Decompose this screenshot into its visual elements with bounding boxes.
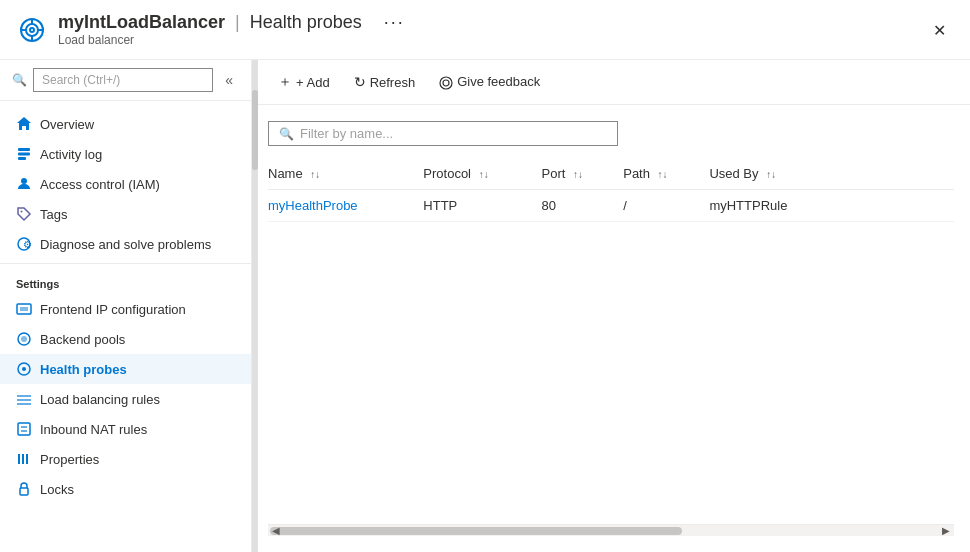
svg-point-2 bbox=[30, 28, 34, 32]
table-header-row: Name ↑↓ Protocol ↑↓ Port ↑↓ bbox=[268, 158, 954, 190]
col-header-protocol[interactable]: Protocol ↑↓ bbox=[423, 158, 541, 190]
load-balancing-icon bbox=[16, 391, 32, 407]
feedback-button[interactable]: Give feedback bbox=[429, 69, 550, 95]
cell-usedby: myHTTPRule bbox=[709, 190, 954, 222]
properties-icon bbox=[16, 451, 32, 467]
sidebar-item-activity-log[interactable]: Activity log bbox=[0, 139, 251, 169]
sidebar: 🔍 « Overview Activity log bbox=[0, 60, 252, 552]
inbound-nat-icon bbox=[16, 421, 32, 437]
sidebar-item-tags-label: Tags bbox=[40, 207, 67, 222]
sort-arrows-path: ↑↓ bbox=[658, 169, 668, 180]
overview-icon bbox=[16, 116, 32, 132]
svg-point-32 bbox=[443, 80, 449, 86]
sidebar-divider bbox=[0, 263, 251, 264]
sidebar-item-backend-pools-label: Backend pools bbox=[40, 332, 125, 347]
resource-subtitle: Load balancer bbox=[58, 33, 405, 47]
svg-point-20 bbox=[22, 367, 26, 371]
feedback-label: Give feedback bbox=[457, 74, 540, 89]
title-separator: | bbox=[235, 12, 240, 33]
toolbar: ＋ + Add ↻ Refresh Give feedback bbox=[252, 60, 970, 105]
sidebar-item-locks[interactable]: Locks bbox=[0, 474, 251, 504]
page-name: Health probes bbox=[250, 12, 362, 33]
col-header-usedby[interactable]: Used By ↑↓ bbox=[709, 158, 954, 190]
svg-point-12 bbox=[21, 211, 23, 213]
feedback-icon bbox=[439, 74, 453, 90]
search-input[interactable] bbox=[33, 68, 213, 92]
refresh-label: Refresh bbox=[370, 75, 416, 90]
title-bar: myIntLoadBalancer | Health probes ··· Lo… bbox=[0, 0, 970, 60]
svg-rect-9 bbox=[18, 153, 30, 156]
backend-pools-icon bbox=[16, 331, 32, 347]
sidebar-item-properties[interactable]: Properties bbox=[0, 444, 251, 474]
add-icon: ＋ bbox=[278, 73, 292, 91]
sidebar-item-diagnose[interactable]: ⚙ Diagnose and solve problems bbox=[0, 229, 251, 259]
sort-arrows-protocol: ↑↓ bbox=[479, 169, 489, 180]
scroll-left-arrow[interactable]: ◀ bbox=[268, 525, 284, 536]
sidebar-item-load-balancing[interactable]: Load balancing rules bbox=[0, 384, 251, 414]
sidebar-item-health-probes-label: Health probes bbox=[40, 362, 127, 377]
health-probe-link[interactable]: myHealthProbe bbox=[268, 198, 358, 213]
filter-bar[interactable]: 🔍 bbox=[268, 121, 618, 146]
svg-marker-7 bbox=[17, 117, 31, 130]
sidebar-item-iam-label: Access control (IAM) bbox=[40, 177, 160, 192]
sidebar-item-inbound-nat[interactable]: Inbound NAT rules bbox=[0, 414, 251, 444]
tags-icon bbox=[16, 206, 32, 222]
sort-arrows-name: ↑↓ bbox=[310, 169, 320, 180]
sidebar-search-area: 🔍 « bbox=[0, 60, 251, 101]
refresh-button[interactable]: ↻ Refresh bbox=[344, 69, 426, 95]
cell-port: 80 bbox=[542, 190, 624, 222]
sidebar-content: 🔍 « Overview Activity log bbox=[0, 60, 252, 552]
cell-protocol: HTTP bbox=[423, 190, 541, 222]
sort-arrows-port: ↑↓ bbox=[573, 169, 583, 180]
main-layout: 🔍 « Overview Activity log bbox=[0, 60, 970, 552]
locks-icon bbox=[16, 481, 32, 497]
frontend-ip-icon bbox=[16, 301, 32, 317]
sidebar-item-overview-label: Overview bbox=[40, 117, 94, 132]
sidebar-item-locks-label: Locks bbox=[40, 482, 74, 497]
sidebar-item-health-probes[interactable]: Health probes bbox=[0, 354, 251, 384]
svg-rect-27 bbox=[18, 454, 20, 464]
collapse-button[interactable]: « bbox=[219, 70, 239, 90]
table-body: myHealthProbe HTTP 80 / myHTTPRule bbox=[268, 190, 954, 222]
more-options-icon[interactable]: ··· bbox=[384, 12, 405, 33]
horizontal-scrollbar[interactable]: ◀ ▶ bbox=[268, 524, 954, 536]
sidebar-item-backend-pools[interactable]: Backend pools bbox=[0, 324, 251, 354]
add-button[interactable]: ＋ + Add bbox=[268, 68, 340, 96]
svg-rect-8 bbox=[18, 148, 30, 151]
sidebar-item-diagnose-label: Diagnose and solve problems bbox=[40, 237, 211, 252]
col-header-path[interactable]: Path ↑↓ bbox=[623, 158, 709, 190]
table-row: myHealthProbe HTTP 80 / myHTTPRule bbox=[268, 190, 954, 222]
cell-name: myHealthProbe bbox=[268, 190, 423, 222]
svg-rect-10 bbox=[18, 157, 26, 160]
col-header-name[interactable]: Name ↑↓ bbox=[268, 158, 423, 190]
sidebar-item-activity-log-label: Activity log bbox=[40, 147, 102, 162]
sidebar-item-tags[interactable]: Tags bbox=[0, 199, 251, 229]
sidebar-item-overview[interactable]: Overview bbox=[0, 109, 251, 139]
col-header-port[interactable]: Port ↑↓ bbox=[542, 158, 624, 190]
sidebar-item-frontend-ip[interactable]: Frontend IP configuration bbox=[0, 294, 251, 324]
sidebar-item-inbound-nat-label: Inbound NAT rules bbox=[40, 422, 147, 437]
close-button[interactable]: ✕ bbox=[925, 16, 954, 43]
svg-rect-24 bbox=[18, 423, 30, 435]
diagnose-icon: ⚙ bbox=[16, 236, 32, 252]
sidebar-scrollbar[interactable] bbox=[252, 60, 258, 552]
svg-point-18 bbox=[21, 336, 27, 342]
add-label: + Add bbox=[296, 75, 330, 90]
access-control-icon bbox=[16, 176, 32, 192]
sidebar-item-properties-label: Properties bbox=[40, 452, 99, 467]
content-area: ＋ + Add ↻ Refresh Give feedback 🔍 bbox=[252, 60, 970, 552]
activity-log-icon bbox=[16, 146, 32, 162]
data-area: 🔍 Name ↑↓ Protocol ↑↓ bbox=[252, 105, 970, 552]
sidebar-item-access-control[interactable]: Access control (IAM) bbox=[0, 169, 251, 199]
scroll-right-arrow[interactable]: ▶ bbox=[938, 525, 954, 536]
scroll-thumb[interactable] bbox=[270, 527, 682, 535]
settings-section-title: Settings bbox=[0, 268, 251, 294]
svg-point-31 bbox=[440, 77, 452, 89]
filter-input[interactable] bbox=[300, 126, 607, 141]
filter-icon: 🔍 bbox=[279, 127, 294, 141]
cell-path: / bbox=[623, 190, 709, 222]
search-icon: 🔍 bbox=[12, 73, 27, 87]
resource-icon bbox=[16, 14, 48, 46]
table-container: Name ↑↓ Protocol ↑↓ Port ↑↓ bbox=[268, 158, 954, 512]
svg-point-11 bbox=[21, 178, 27, 184]
